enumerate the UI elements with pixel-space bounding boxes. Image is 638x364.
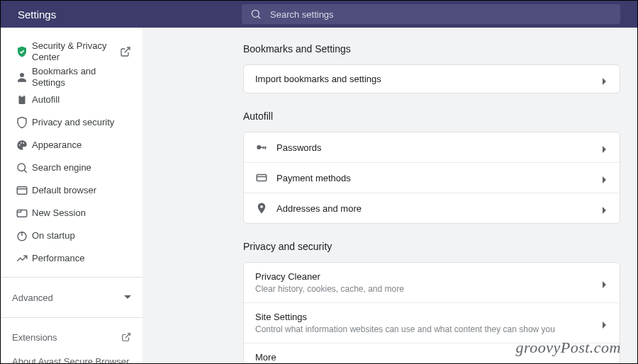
svg-rect-20: [263, 147, 264, 149]
open-external-icon: [121, 332, 131, 342]
svg-rect-13: [17, 210, 27, 217]
window-icon: [12, 184, 32, 197]
chevron-right-icon: [603, 204, 608, 212]
sidebar: Security & Privacy Center Bookmarks and …: [1, 28, 142, 364]
row-import-bookmarks[interactable]: Import bookmarks and settings: [244, 65, 620, 93]
section-title: Autofill: [243, 110, 620, 122]
advanced-label: Advanced: [12, 292, 53, 303]
sidebar-item-default-browser[interactable]: Default browser: [1, 179, 142, 202]
chevron-right-icon: [603, 75, 608, 84]
row-privacy-cleaner[interactable]: Privacy Cleaner Clear history, cookies, …: [244, 263, 620, 302]
page-title: Settings: [18, 8, 242, 21]
extensions-label: Extensions: [12, 332, 57, 343]
sidebar-advanced-toggle[interactable]: Advanced: [1, 285, 142, 310]
key-icon: [255, 141, 276, 154]
sidebar-item-label: Default browser: [32, 185, 131, 196]
chevron-right-icon: [603, 319, 608, 327]
svg-rect-11: [17, 187, 27, 195]
chevron-right-icon: [603, 143, 608, 152]
sidebar-extensions[interactable]: Extensions: [1, 325, 142, 349]
section-privacy: Privacy and security Privacy Cleaner Cle…: [243, 241, 620, 364]
svg-point-8: [23, 142, 24, 144]
row-label: Payment methods: [276, 173, 603, 183]
row-payment-methods[interactable]: Payment methods: [244, 162, 620, 193]
sidebar-item-label: Appearance: [32, 140, 131, 151]
svg-rect-5: [21, 95, 24, 97]
power-icon: [12, 229, 32, 242]
svg-point-7: [21, 142, 22, 144]
shield-check-icon: [12, 45, 32, 58]
sidebar-item-appearance[interactable]: Appearance: [1, 134, 142, 157]
search-icon: [12, 161, 32, 174]
row-addresses[interactable]: Addresses and more: [244, 193, 620, 223]
svg-line-1: [258, 16, 260, 18]
sidebar-item-label: Privacy and security: [32, 117, 131, 128]
chevron-down-icon: [124, 295, 131, 300]
row-subtext: Control what information websites can us…: [255, 324, 603, 334]
svg-rect-4: [19, 96, 26, 104]
about-label: About Avast Secure Browser: [12, 356, 129, 364]
divider: [1, 277, 142, 278]
row-label: Import bookmarks and settings: [255, 74, 603, 84]
svg-point-23: [260, 205, 263, 208]
card: Passwords Payment methods Addresses and …: [243, 132, 620, 224]
row-label: Passwords: [276, 142, 603, 153]
sidebar-item-on-startup[interactable]: On startup: [1, 224, 142, 247]
shield-outline-icon: [12, 116, 32, 129]
open-external-icon: [120, 46, 131, 57]
tab-icon: [12, 207, 32, 220]
svg-rect-19: [265, 147, 267, 149]
card: Import bookmarks and settings: [243, 64, 620, 93]
row-label: Privacy Cleaner: [255, 271, 603, 282]
sidebar-item-label: Search engine: [32, 162, 131, 174]
svg-line-2: [125, 47, 130, 52]
sidebar-item-privacy[interactable]: Privacy and security: [1, 111, 142, 134]
sidebar-item-label: Security & Privacy Center: [32, 40, 116, 62]
sidebar-item-label: New Session: [32, 207, 131, 219]
chevron-right-icon: [603, 278, 608, 287]
sidebar-item-autofill[interactable]: Autofill: [1, 89, 142, 111]
section-autofill: Autofill Passwords Payment methods Addre…: [243, 110, 620, 224]
divider: [1, 317, 142, 318]
search-input[interactable]: [270, 9, 612, 20]
sidebar-item-performance[interactable]: Performance: [1, 247, 142, 270]
chart-line-icon: [12, 252, 32, 265]
sidebar-item-label: Performance: [32, 253, 131, 264]
svg-line-16: [125, 334, 130, 338]
svg-rect-21: [257, 175, 267, 181]
main-content: Bookmarks and Settings Import bookmarks …: [142, 28, 637, 364]
row-passwords[interactable]: Passwords: [244, 132, 620, 162]
section-title: Privacy and security: [243, 241, 620, 252]
sidebar-item-search-engine[interactable]: Search engine: [1, 157, 142, 179]
row-label: More: [255, 352, 608, 363]
svg-point-3: [20, 73, 24, 77]
sidebar-item-security-center[interactable]: Security & Privacy Center: [1, 38, 142, 66]
chevron-right-icon: [603, 174, 608, 182]
row-label: Addresses and more: [276, 203, 603, 214]
svg-point-6: [19, 144, 21, 146]
row-subtext: Clear history, cookies, cache, and more: [255, 284, 603, 294]
row-site-settings[interactable]: Site Settings Control what information w…: [244, 302, 620, 343]
palette-icon: [12, 139, 32, 152]
svg-line-10: [24, 170, 27, 173]
person-icon: [12, 71, 32, 84]
search-icon: [250, 8, 262, 20]
search-container[interactable]: [242, 4, 620, 24]
sidebar-item-label: Bookmarks and Settings: [32, 66, 131, 88]
svg-point-0: [252, 10, 259, 17]
section-bookmarks: Bookmarks and Settings Import bookmarks …: [243, 43, 620, 93]
card: Privacy Cleaner Clear history, cookies, …: [243, 262, 620, 364]
row-more[interactable]: More: [244, 343, 620, 364]
section-title: Bookmarks and Settings: [243, 43, 620, 55]
sidebar-item-label: Autofill: [32, 94, 131, 106]
svg-point-9: [18, 164, 26, 171]
sidebar-item-bookmarks[interactable]: Bookmarks and Settings: [1, 66, 142, 89]
sidebar-item-label: On startup: [32, 230, 131, 241]
sidebar-item-new-session[interactable]: New Session: [1, 202, 142, 224]
location-pin-icon: [255, 202, 276, 215]
clipboard-icon: [12, 93, 32, 106]
row-label: Site Settings: [255, 312, 603, 322]
credit-card-icon: [255, 171, 276, 184]
app-header: Settings: [1, 1, 637, 28]
sidebar-about[interactable]: About Avast Secure Browser: [1, 349, 142, 364]
